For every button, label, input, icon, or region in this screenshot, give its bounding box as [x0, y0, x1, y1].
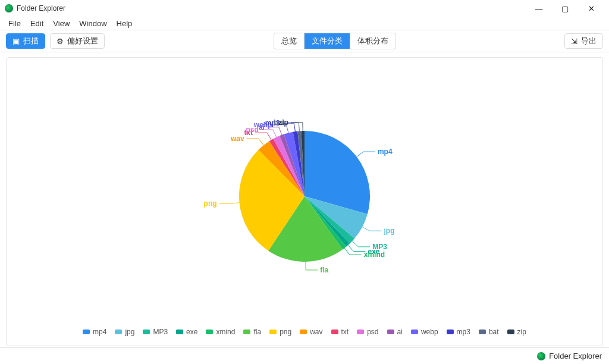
menu-edit[interactable]: Edit [26, 18, 48, 29]
legend-label: fla [253, 328, 261, 336]
legend-item-fla[interactable]: fla [243, 328, 261, 336]
legend-label: mp4 [93, 328, 106, 336]
app-icon [5, 4, 13, 12]
legend-swatch [243, 330, 250, 334]
legend-swatch [357, 330, 364, 334]
view-tabs[interactable]: 总览 文件分类 体积分布 [274, 33, 396, 49]
pie-label-mp4: mp4 [378, 148, 393, 156]
status-app-name: Folder Explorer [549, 352, 602, 360]
legend-item-jpg[interactable]: jpg [115, 328, 134, 336]
legend-label: exe [186, 328, 197, 336]
pie-label-png: png [204, 199, 217, 208]
legend-label: ai [397, 328, 403, 336]
legend-swatch [269, 330, 277, 334]
legend-item-zip[interactable]: zip [507, 328, 526, 336]
app-icon-small [537, 352, 545, 360]
legend-label: bat [489, 328, 499, 336]
chart-legend: mp4jpgMP3exexmindflapngwavtxtpsdaiwebpmp… [7, 328, 602, 336]
legend-label: png [280, 328, 291, 336]
legend-item-mp4[interactable]: mp4 [83, 328, 106, 336]
preferences-button[interactable]: ⚙ 偏好设置 [50, 33, 105, 49]
legend-swatch [507, 330, 514, 334]
pie-label-jpg: jpg [384, 227, 395, 235]
menu-view[interactable]: View [48, 18, 74, 29]
pie-label-zip: zip [278, 118, 288, 127]
legend-swatch [331, 330, 338, 334]
title-bar: Folder Explorer — ▢ ✕ [0, 0, 609, 17]
status-bar: Folder Explorer [0, 347, 609, 364]
legend-label: webp [421, 328, 438, 336]
menu-bar: File Edit View Window Help [0, 17, 609, 30]
preferences-label: 偏好设置 [67, 36, 98, 46]
window-title: Folder Explorer [17, 4, 65, 12]
toolbar: ▣ 扫描 ⚙ 偏好设置 总览 文件分类 体积分布 ⇲ 导出 [0, 30, 609, 52]
menu-file[interactable]: File [4, 18, 26, 29]
legend-label: psd [367, 328, 378, 336]
minimize-button[interactable]: — [526, 4, 552, 13]
legend-item-ai[interactable]: ai [387, 328, 403, 336]
tab-overview[interactable]: 总览 [274, 33, 304, 49]
pie-label-wav: wav [230, 134, 244, 143]
legend-swatch [83, 330, 90, 334]
content-pane: mp4jpgMP3exexmindflapngwavtxtpsdaiwebpmp… [6, 57, 603, 346]
legend-item-mp3[interactable]: mp3 [447, 328, 470, 336]
legend-swatch [206, 330, 213, 334]
legend-swatch [300, 330, 307, 334]
legend-label: mp3 [457, 328, 470, 336]
maximize-button[interactable]: ▢ [552, 4, 578, 13]
close-button[interactable]: ✕ [578, 4, 604, 13]
export-button[interactable]: ⇲ 导出 [564, 33, 603, 49]
scan-button[interactable]: ▣ 扫描 [6, 33, 45, 49]
legend-label: MP3 [153, 328, 168, 336]
legend-item-psd[interactable]: psd [357, 328, 378, 336]
legend-label: jpg [125, 328, 134, 336]
menu-window[interactable]: Window [74, 18, 111, 29]
tab-file-type[interactable]: 文件分类 [304, 33, 350, 49]
legend-item-webp[interactable]: webp [411, 328, 438, 336]
legend-swatch [176, 330, 183, 334]
legend-swatch [411, 330, 418, 334]
export-label: 导出 [581, 36, 597, 46]
legend-label: txt [341, 328, 349, 336]
legend-swatch [143, 330, 150, 334]
legend-label: zip [517, 328, 526, 336]
pie-chart: mp4jpgMP3exexmindflapngwavtxtpsdaiwebpmp… [168, 83, 441, 285]
pie-label-xmind: xmind [364, 250, 385, 259]
gear-icon: ⚙ [56, 37, 64, 46]
legend-item-exe[interactable]: exe [176, 328, 197, 336]
tab-size-dist[interactable]: 体积分布 [350, 33, 395, 49]
legend-label: xmind [216, 328, 235, 336]
legend-item-xmind[interactable]: xmind [206, 328, 235, 336]
pie-label-fla: fla [320, 266, 328, 274]
legend-label: wav [310, 328, 322, 336]
legend-item-MP3[interactable]: MP3 [143, 328, 168, 336]
legend-swatch [387, 330, 394, 334]
export-icon: ⇲ [571, 37, 577, 46]
legend-item-txt[interactable]: txt [331, 328, 349, 336]
menu-help[interactable]: Help [112, 18, 137, 29]
legend-item-bat[interactable]: bat [479, 328, 499, 336]
legend-item-wav[interactable]: wav [300, 328, 322, 336]
scan-label: 扫描 [23, 36, 39, 46]
legend-swatch [479, 330, 486, 334]
legend-swatch [115, 330, 122, 334]
legend-swatch [447, 330, 454, 334]
legend-item-png[interactable]: png [269, 328, 291, 336]
folder-icon: ▣ [12, 37, 20, 46]
